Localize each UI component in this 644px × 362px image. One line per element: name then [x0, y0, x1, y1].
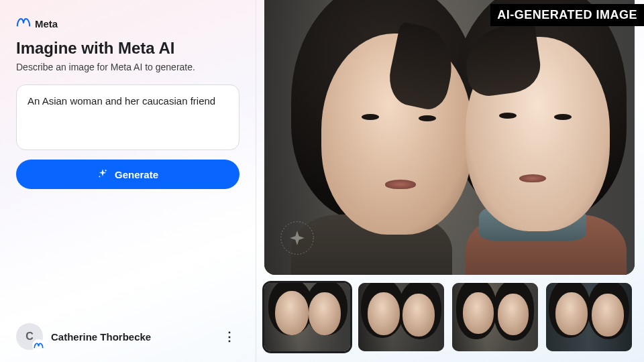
ai-generated-badge: AI-GENERATED IMAGE — [490, 4, 644, 26]
thumbnail-3[interactable] — [452, 283, 538, 351]
brand-name: Meta — [35, 18, 58, 29]
avatar-meta-badge-icon — [32, 339, 45, 352]
thumbnail-strip — [264, 283, 635, 351]
generated-image-main[interactable] — [264, 0, 635, 275]
brand: Meta — [16, 17, 239, 29]
thumbnail-4[interactable] — [546, 283, 632, 351]
thumbnail-1[interactable] — [264, 283, 350, 351]
watermark-icon — [279, 220, 315, 256]
avatar[interactable]: C — [16, 323, 43, 350]
page-subtitle: Describe an image for Meta AI to generat… — [16, 62, 239, 72]
more-vertical-icon: ⋮ — [223, 329, 235, 344]
page-title: Imagine with Meta AI — [16, 39, 239, 58]
right-panel: AI-GENERATED IMAGE — [256, 0, 644, 362]
prompt-input[interactable] — [16, 84, 239, 150]
meta-logo-icon — [16, 17, 31, 29]
more-menu-button[interactable]: ⋮ — [219, 326, 239, 347]
thumbnail-2[interactable] — [358, 283, 444, 351]
generate-button[interactable]: Generate — [16, 160, 239, 189]
left-panel: Meta Imagine with Meta AI Describe an im… — [0, 0, 256, 362]
app-root: Meta Imagine with Meta AI Describe an im… — [0, 0, 644, 362]
generate-button-label: Generate — [115, 169, 158, 180]
user-name: Catherine Thorbecke — [51, 331, 211, 343]
user-row: C Catherine Thorbecke ⋮ — [16, 316, 239, 350]
sparkle-icon — [97, 168, 108, 181]
